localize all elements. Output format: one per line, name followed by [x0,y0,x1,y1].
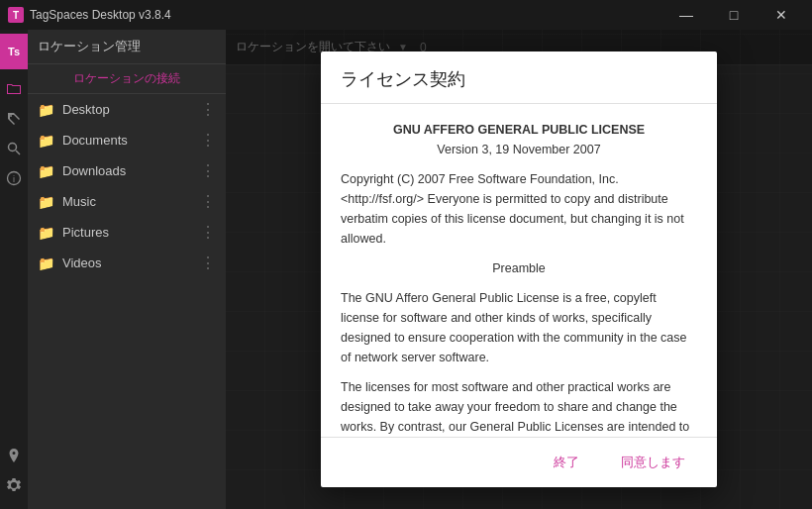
sidebar-icon-location[interactable] [0,442,28,469]
logo: Ts [0,34,28,69]
sidebar-header: ロケーション管理 [28,30,226,64]
dialog-footer: 終了 同意します [321,437,717,487]
more-icon[interactable]: ⋮ [200,100,216,119]
accept-button[interactable]: 同意します [605,448,701,477]
folder-icon: 📁 [38,102,54,118]
sidebar-icon-settings[interactable] [0,471,28,499]
title-bar-left: T TagSpaces Desktop v3.8.4 [8,7,171,23]
icon-sidebar: Ts i [0,30,28,509]
svg-point-0 [9,144,17,152]
modal-overlay: ライセンス契約 GNU AFFERO GENERAL PUBLIC LICENS… [226,30,812,509]
close-button[interactable]: ✕ [759,0,804,30]
para-1: Copyright (C) 2007 Free Software Foundat… [341,169,697,249]
sidebar-item-label: Desktop [62,102,110,117]
folder-icon: 📁 [38,194,54,210]
app-body: Ts i ロケーション管理 ロケーション [0,30,812,509]
sidebar-item-label: Videos [62,255,102,270]
maximize-button[interactable]: □ [711,0,757,30]
more-icon[interactable]: ⋮ [200,161,216,180]
license-dialog: ライセンス契約 GNU AFFERO GENERAL PUBLIC LICENS… [321,51,717,487]
folder-icon: 📁 [38,225,54,241]
decline-button[interactable]: 終了 [538,448,595,477]
sidebar-icons-bottom [0,442,28,505]
title-bar: T TagSpaces Desktop v3.8.4 — □ ✕ [0,0,812,30]
dialog-body[interactable]: GNU AFFERO GENERAL PUBLIC LICENSE Versio… [321,104,717,437]
sidebar-item-label: Music [62,194,96,209]
dialog-title: ライセンス契約 [321,51,717,104]
para-3: The licenses for most software and other… [341,377,697,437]
sidebar-icons-top: i [0,71,28,440]
window-controls: — □ ✕ [663,0,804,30]
folder-icon: 📁 [38,163,54,179]
sidebar-item-documents[interactable]: 📁 Documents ⋮ [28,125,226,155]
sidebar-item-label: Documents [62,133,128,148]
sidebar-icon-info[interactable]: i [0,164,28,192]
sidebar-item-music[interactable]: 📁 Music ⋮ [28,186,226,217]
sidebar-panel: ロケーション管理 ロケーションの接続 📁 Desktop ⋮ 📁 Documen… [28,30,226,509]
svg-line-1 [16,151,20,154]
main-content: ロケーションを開いて下さい ▼ 0 ライセンス契約 GNU AFFERO GEN… [226,30,812,509]
folder-icon: 📁 [38,133,54,149]
svg-text:i: i [13,174,15,184]
sidebar-icon-search[interactable] [0,135,28,162]
sidebar-item-label: Pictures [62,225,109,240]
license-title: GNU AFFERO GENERAL PUBLIC LICENSE Versio… [341,120,697,159]
sidebar-icon-folder[interactable] [0,75,28,103]
sidebar-item-desktop[interactable]: 📁 Desktop ⋮ [28,94,226,125]
more-icon[interactable]: ⋮ [200,192,216,211]
sidebar-item-videos[interactable]: 📁 Videos ⋮ [28,248,226,278]
more-icon[interactable]: ⋮ [200,223,216,242]
sidebar-item-label: Downloads [62,163,126,178]
app-icon: T [8,7,24,23]
minimize-button[interactable]: — [663,0,709,30]
sidebar-item-downloads[interactable]: 📁 Downloads ⋮ [28,155,226,186]
para-preamble: Preamble [341,258,697,278]
window-title: TagSpaces Desktop v3.8.4 [30,8,171,22]
more-icon[interactable]: ⋮ [200,131,216,150]
sidebar-icon-tag[interactable] [0,105,28,133]
sidebar-item-pictures[interactable]: 📁 Pictures ⋮ [28,217,226,248]
para-2: The GNU Affero General Public License is… [341,288,697,367]
more-icon[interactable]: ⋮ [200,254,216,272]
folder-icon: 📁 [38,255,54,271]
sidebar-connect-button[interactable]: ロケーションの接続 [28,64,226,94]
